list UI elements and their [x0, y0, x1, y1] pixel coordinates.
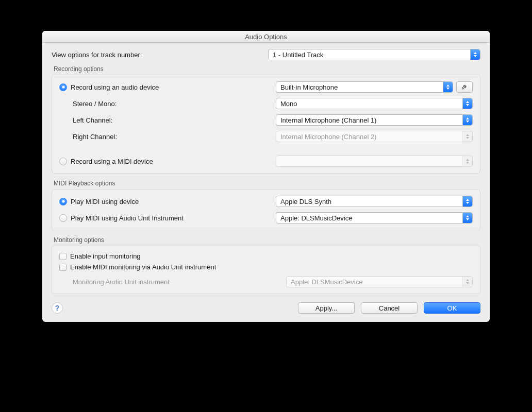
checkbox-enable-midi-monitoring[interactable]: Enable MIDI monitoring via Audio Unit in…: [59, 263, 473, 271]
apply-button[interactable]: Apply...: [298, 302, 355, 314]
checkbox-enable-input-monitoring[interactable]: Enable input monitoring: [59, 252, 473, 260]
wrench-icon: [461, 83, 468, 91]
chevrons-icon: [462, 277, 472, 287]
cancel-button[interactable]: Cancel: [361, 302, 418, 314]
midi-playback-group: MIDI Playback options Play MIDI using de…: [52, 180, 480, 230]
midi-au-value: Apple: DLSMusicDevice: [280, 214, 352, 222]
radio-midi-au-label: Play MIDI using Audio Unit Instrument: [71, 214, 184, 222]
help-button[interactable]: ?: [52, 302, 63, 314]
enable-input-label: Enable input monitoring: [70, 252, 141, 260]
left-channel-label: Left Channel:: [59, 116, 276, 124]
track-number-select[interactable]: 1 - Untitled Track: [268, 49, 480, 60]
stereo-mono-label: Stereo / Mono:: [59, 100, 276, 108]
ok-label: OK: [447, 304, 457, 312]
midi-playback-device-select[interactable]: Apple DLS Synth: [276, 196, 473, 207]
radio-play-midi-au[interactable]: Play MIDI using Audio Unit Instrument: [59, 214, 276, 222]
recording-group-title: Recording options: [54, 65, 480, 73]
midi-playback-title: MIDI Playback options: [54, 180, 480, 187]
chevrons-icon: [462, 196, 472, 207]
monitoring-group: Monitoring options Enable input monitori…: [52, 236, 480, 294]
left-channel-value: Internal Microphone (Channel 1): [280, 116, 376, 124]
recording-options-group: Recording options Record using an audio …: [52, 65, 480, 174]
radio-dot-icon: [59, 158, 67, 165]
enable-midi-label: Enable MIDI monitoring via Audio Unit in…: [70, 263, 216, 271]
radio-record-audio[interactable]: Record using an audio device: [59, 83, 276, 91]
audio-device-select[interactable]: Built-in Microphone: [276, 81, 453, 93]
radio-record-audio-label: Record using an audio device: [71, 83, 159, 91]
radio-midi-device-label: Play MIDI using device: [71, 198, 139, 205]
right-channel-select[interactable]: Internal Microphone (Channel 2): [276, 131, 473, 142]
radio-dot-icon: [59, 83, 67, 91]
monitoring-au-value: Apple: DLSMusicDevice: [291, 278, 362, 286]
help-icon: ?: [55, 304, 60, 312]
audio-device-value: Built-in Microphone: [280, 83, 338, 91]
cancel-label: Cancel: [379, 304, 400, 312]
audio-options-window: Audio Options View options for track num…: [42, 31, 490, 322]
chevrons-icon: [462, 115, 472, 125]
chevrons-icon: [462, 156, 472, 166]
monitoring-au-select[interactable]: Apple: DLSMusicDevice: [286, 276, 473, 287]
monitoring-au-label: Monitoring Audio Unit instrument: [59, 278, 286, 286]
midi-playback-device-value: Apple DLS Synth: [280, 198, 331, 205]
checkbox-icon: [59, 264, 66, 271]
chevrons-icon: [462, 213, 472, 223]
radio-record-midi[interactable]: Record using a MIDI device: [59, 158, 276, 165]
radio-record-midi-label: Record using a MIDI device: [71, 158, 153, 165]
right-channel-label: Right Channel:: [59, 133, 276, 141]
content: View options for track number: 1 - Untit…: [42, 43, 490, 322]
audio-device-settings-button[interactable]: [456, 81, 473, 93]
monitoring-title: Monitoring options: [54, 236, 480, 244]
midi-au-select[interactable]: Apple: DLSMusicDevice: [276, 212, 473, 224]
radio-play-midi-device[interactable]: Play MIDI using device: [59, 198, 276, 205]
window-title: Audio Options: [42, 31, 490, 43]
chevrons-icon: [443, 82, 453, 92]
apply-label: Apply...: [315, 304, 337, 312]
stereo-mono-select[interactable]: Mono: [276, 98, 473, 109]
track-number-label: View options for track number:: [52, 51, 268, 59]
left-channel-select[interactable]: Internal Microphone (Channel 1): [276, 114, 473, 126]
radio-dot-icon: [59, 214, 67, 222]
chevrons-icon: [462, 131, 472, 142]
chevrons-icon: [462, 98, 472, 109]
track-number-value: 1 - Untitled Track: [273, 51, 323, 59]
midi-device-select[interactable]: [276, 156, 473, 167]
ok-button[interactable]: OK: [424, 302, 480, 314]
chevrons-icon: [470, 49, 480, 60]
right-channel-value: Internal Microphone (Channel 2): [280, 133, 376, 141]
checkbox-icon: [59, 253, 66, 260]
radio-dot-icon: [59, 198, 67, 205]
stereo-mono-value: Mono: [280, 100, 297, 108]
